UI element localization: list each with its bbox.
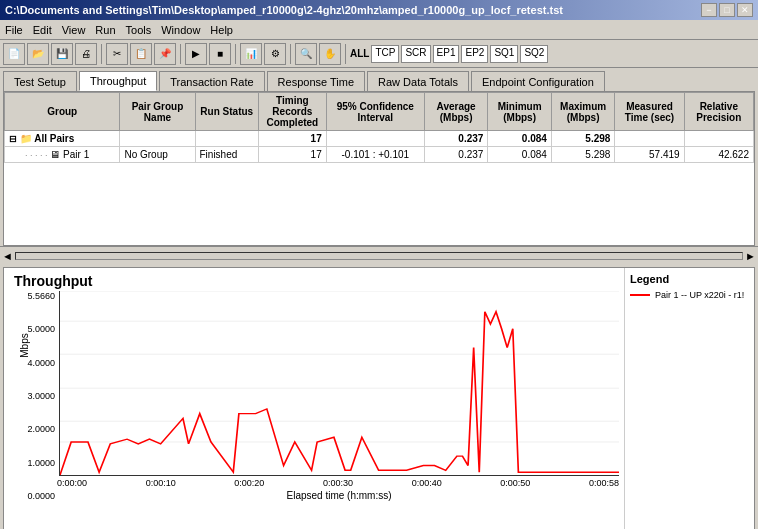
separator-3 [235, 44, 236, 64]
filter-ep1[interactable]: EP1 [433, 45, 460, 63]
menu-edit[interactable]: Edit [33, 24, 52, 36]
cell-run-status [195, 131, 259, 147]
tab-throughput[interactable]: Throughput [79, 71, 157, 91]
tab-endpoint-config[interactable]: Endpoint Configuration [471, 71, 605, 91]
cell-maximum: 5.298 [551, 147, 615, 163]
separator-5 [345, 44, 346, 64]
nav-area: ◄ ► [0, 246, 758, 264]
filter-tcp[interactable]: TCP [371, 45, 399, 63]
cell-measured-time [615, 131, 684, 147]
data-table-container: Group Pair Group Name Run Status Timing … [3, 91, 755, 246]
legend-title: Legend [630, 273, 749, 285]
x-axis: 0:00:00 0:00:10 0:00:20 0:00:30 0:00:40 … [57, 476, 619, 488]
toolbar-paste[interactable]: 📌 [154, 43, 176, 65]
x-tick-3: 0:00:30 [323, 478, 353, 488]
folder-icon: 📁 [20, 133, 32, 144]
menu-run[interactable]: Run [95, 24, 115, 36]
toolbar-copy[interactable]: 📋 [130, 43, 152, 65]
x-axis-label: Elapsed time (h:mm:ss) [59, 490, 619, 501]
col-maximum: Maximum (Mbps) [551, 93, 615, 131]
x-tick-2: 0:00:20 [234, 478, 264, 488]
cell-pair-group-name [120, 131, 195, 147]
toolbar-print[interactable]: 🖨 [75, 43, 97, 65]
cell-minimum: 0.084 [488, 131, 552, 147]
chart-area: Throughput 5.5660 5.0000 4.0000 3.0000 2… [3, 267, 755, 529]
col-pair-group-name: Pair Group Name [120, 93, 195, 131]
menu-window[interactable]: Window [161, 24, 200, 36]
y-axis: 5.5660 5.0000 4.0000 3.0000 2.0000 1.000… [14, 291, 59, 501]
x-tick-6: 0:00:58 [589, 478, 619, 488]
separator-4 [290, 44, 291, 64]
tab-transaction-rate[interactable]: Transaction Rate [159, 71, 264, 91]
minimize-button[interactable]: − [701, 3, 717, 17]
col-measured-time: Measured Time (sec) [615, 93, 684, 131]
y-tick-3: 3.0000 [27, 391, 55, 401]
menu-file[interactable]: File [5, 24, 23, 36]
menu-bar: File Edit View Run Tools Window Help [0, 20, 758, 40]
tab-test-setup[interactable]: Test Setup [3, 71, 77, 91]
y-tick-5: 5.0000 [27, 324, 55, 334]
cell-pair-group-name: No Group [120, 147, 195, 163]
toolbar-run[interactable]: ▶ [185, 43, 207, 65]
chart-main: Throughput 5.5660 5.0000 4.0000 3.0000 2… [4, 268, 624, 529]
y-tick-2: 2.0000 [27, 424, 55, 434]
toolbar-save[interactable]: 💾 [51, 43, 73, 65]
col-group: Group [5, 93, 120, 131]
toolbar-open[interactable]: 📂 [27, 43, 49, 65]
menu-help[interactable]: Help [210, 24, 233, 36]
toolbar-zoom[interactable]: 🔍 [295, 43, 317, 65]
tab-response-time[interactable]: Response Time [267, 71, 365, 91]
filter-all-label: ALL [350, 48, 369, 59]
maximize-button[interactable]: □ [719, 3, 735, 17]
filter-sq2[interactable]: SQ2 [520, 45, 548, 63]
col-minimum: Minimum (Mbps) [488, 93, 552, 131]
x-tick-0: 0:00:00 [57, 478, 87, 488]
x-tick-1: 0:00:10 [146, 478, 176, 488]
legend-item-label: Pair 1 -- UP x220i - r1! [655, 290, 744, 300]
toolbar-settings[interactable]: ⚙ [264, 43, 286, 65]
separator-1 [101, 44, 102, 64]
filter-scr[interactable]: SCR [401, 45, 430, 63]
toolbar-cut[interactable]: ✂ [106, 43, 128, 65]
y-tick-1: 1.0000 [27, 458, 55, 468]
computer-icon: 🖥 [50, 149, 60, 160]
toolbar-new[interactable]: 📄 [3, 43, 25, 65]
legend-line-color [630, 294, 650, 296]
cell-relative-precision: 42.622 [684, 147, 753, 163]
cell-run-status: Finished [195, 147, 259, 163]
tabs: Test Setup Throughput Transaction Rate R… [0, 68, 758, 91]
menu-tools[interactable]: Tools [126, 24, 152, 36]
cell-group: ⊟ 📁 All Pairs [5, 131, 120, 147]
toolbar-hand[interactable]: ✋ [319, 43, 341, 65]
col-timing-records: Timing Records Completed [259, 93, 327, 131]
close-button[interactable]: ✕ [737, 3, 753, 17]
y-tick-4: 4.0000 [27, 358, 55, 368]
toolbar-chart[interactable]: 📊 [240, 43, 262, 65]
cell-maximum: 5.298 [551, 131, 615, 147]
toolbar-stop[interactable]: ■ [209, 43, 231, 65]
menu-view[interactable]: View [62, 24, 86, 36]
cell-measured-time: 57.419 [615, 147, 684, 163]
col-relative-precision: Relative Precision [684, 93, 753, 131]
filter-sq1[interactable]: SQ1 [490, 45, 518, 63]
table-row: · · · · · 🖥 Pair 1 No Group Finished 17 … [5, 147, 754, 163]
y-tick-0: 0.0000 [27, 491, 55, 501]
cell-group: · · · · · 🖥 Pair 1 [5, 147, 120, 163]
scroll-right-button[interactable]: ► [745, 250, 756, 262]
window-title: C:\Documents and Settings\Tim\Desktop\am… [5, 4, 563, 16]
col-confidence: 95% Confidence Interval [326, 93, 424, 131]
title-bar: C:\Documents and Settings\Tim\Desktop\am… [0, 0, 758, 20]
results-table: Group Pair Group Name Run Status Timing … [4, 92, 754, 163]
expand-icon[interactable]: ⊟ [9, 134, 17, 144]
cell-average: 0.237 [424, 131, 488, 147]
cell-confidence [326, 131, 424, 147]
scroll-left-button[interactable]: ◄ [2, 250, 13, 262]
chart-legend: Legend Pair 1 -- UP x220i - r1! [624, 268, 754, 529]
y-axis-label-mbps: Mbps [19, 333, 30, 357]
tab-raw-data-totals[interactable]: Raw Data Totals [367, 71, 469, 91]
throughput-chart [59, 291, 619, 476]
col-run-status: Run Status [195, 93, 259, 131]
filter-ep2[interactable]: EP2 [461, 45, 488, 63]
x-tick-4: 0:00:40 [412, 478, 442, 488]
toolbar: 📄 📂 💾 🖨 ✂ 📋 📌 ▶ ■ 📊 ⚙ 🔍 ✋ ALL TCP SCR EP… [0, 40, 758, 68]
